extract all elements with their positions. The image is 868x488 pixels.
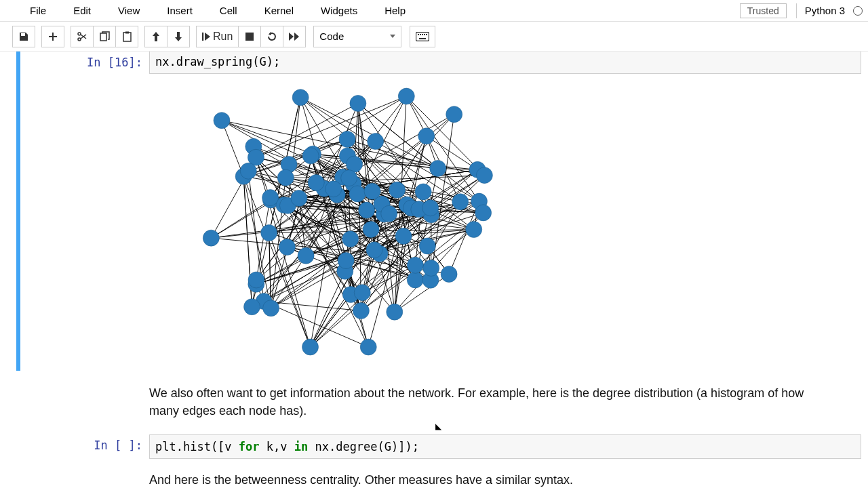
markdown-cell[interactable]: And here is the betweenness centrality. …: [16, 460, 868, 488]
run-label: Run: [213, 30, 233, 43]
svg-point-332: [368, 134, 384, 150]
cell-prompt: [20, 372, 149, 432]
svg-line-219: [406, 96, 479, 201]
move-down-button[interactable]: [167, 26, 190, 47]
fast-forward-icon: [289, 32, 300, 41]
trusted-badge[interactable]: Trusted: [740, 3, 787, 18]
svg-point-1: [78, 33, 81, 35]
save-icon: [18, 31, 29, 42]
notebook-area[interactable]: In [16]: nx.draw_spring(G); We also ofte…: [0, 52, 868, 488]
restart-button[interactable]: [260, 26, 283, 47]
svg-line-17: [222, 121, 313, 154]
move-up-button[interactable]: [144, 26, 167, 47]
menu-kernel[interactable]: Kernel: [251, 2, 307, 19]
code-cell[interactable]: In [16]: nx.draw_spring(G);: [16, 52, 868, 371]
celltype-select[interactable]: Code: [313, 26, 401, 47]
svg-point-359: [291, 190, 307, 207]
menubar: File Edit View Insert Cell Kernel Widget…: [0, 0, 868, 22]
svg-point-348: [261, 225, 277, 241]
svg-point-305: [407, 272, 423, 288]
menu-insert[interactable]: Insert: [153, 2, 206, 19]
svg-rect-12: [426, 34, 427, 35]
svg-point-354: [248, 272, 264, 288]
svg-line-106: [264, 302, 368, 347]
svg-point-349: [292, 89, 309, 106]
svg-rect-5: [202, 33, 203, 41]
kernel-indicator-icon: [853, 6, 863, 16]
svg-rect-13: [419, 38, 426, 39]
svg-point-373: [354, 285, 370, 301]
arrow-up-icon: [152, 32, 160, 41]
svg-point-368: [240, 163, 256, 179]
svg-point-321: [415, 184, 431, 200]
cursor-icon: ◣: [435, 422, 441, 431]
svg-rect-8: [418, 34, 419, 35]
svg-point-345: [476, 167, 492, 184]
save-button[interactable]: [12, 26, 35, 47]
svg-point-351: [339, 131, 355, 148]
code-cell[interactable]: In [ ]: plt.hist([v for k,v in nx.degree…: [16, 433, 868, 460]
chevron-down-icon: [390, 35, 395, 38]
svg-point-346: [279, 239, 295, 256]
command-palette-button[interactable]: [410, 26, 435, 47]
svg-point-329: [302, 339, 319, 355]
menu-cell[interactable]: Cell: [206, 2, 251, 19]
code-input[interactable]: plt.hist([v for k,v in nx.degree(G)]);: [149, 434, 861, 459]
svg-point-356: [475, 205, 492, 221]
menu-widgets[interactable]: Widgets: [307, 2, 371, 19]
svg-point-371: [446, 106, 462, 123]
svg-point-313: [350, 96, 366, 112]
svg-line-198: [288, 98, 300, 206]
menu-file[interactable]: File: [16, 2, 60, 19]
cell-prompt: [20, 462, 149, 488]
toolbar: Run Code: [0, 22, 868, 52]
menu-edit[interactable]: Edit: [60, 2, 104, 19]
arrow-down-icon: [174, 32, 182, 41]
svg-point-366: [423, 260, 439, 277]
svg-rect-9: [420, 34, 421, 35]
menu-view[interactable]: View: [104, 2, 153, 19]
restart-icon: [267, 31, 277, 42]
svg-point-347: [342, 231, 359, 247]
paste-icon: [122, 31, 132, 42]
plus-icon: [48, 32, 58, 41]
svg-point-361: [277, 169, 294, 186]
copy-button[interactable]: [93, 26, 116, 47]
scissors-icon: [77, 31, 87, 42]
restart-run-all-button[interactable]: [283, 26, 306, 47]
svg-point-308: [363, 222, 379, 238]
cut-button[interactable]: [71, 26, 94, 47]
cell-prompt: In [16]:: [20, 52, 149, 369]
svg-point-376: [244, 299, 260, 315]
svg-line-232: [299, 199, 306, 256]
svg-point-317: [338, 253, 354, 269]
svg-point-340: [452, 194, 469, 210]
svg-rect-2: [100, 33, 106, 41]
cell-prompt: In [ ]:: [20, 434, 149, 459]
menu-help[interactable]: Help: [371, 2, 419, 19]
svg-point-369: [366, 242, 382, 258]
svg-point-374: [395, 228, 412, 244]
svg-point-338: [381, 205, 397, 222]
svg-rect-6: [245, 33, 254, 41]
code-input[interactable]: nx.draw_spring(G);: [149, 52, 861, 74]
copy-icon: [100, 31, 110, 42]
svg-point-322: [360, 339, 376, 355]
svg-line-218: [256, 96, 406, 157]
svg-point-334: [214, 113, 230, 129]
run-button[interactable]: Run: [196, 26, 239, 47]
markdown-text: We also often want to get information ab…: [149, 372, 861, 432]
kernel-name[interactable]: Python 3: [801, 3, 849, 18]
svg-point-316: [389, 182, 406, 198]
svg-point-0: [78, 38, 81, 41]
stop-icon: [245, 33, 254, 41]
svg-point-319: [419, 238, 435, 254]
markdown-cell[interactable]: We also often want to get information ab…: [16, 371, 868, 433]
svg-point-360: [262, 190, 279, 206]
svg-rect-11: [424, 34, 425, 35]
paste-button[interactable]: [115, 26, 138, 47]
svg-point-364: [341, 170, 357, 186]
interrupt-button[interactable]: [238, 26, 261, 47]
add-cell-button[interactable]: [41, 26, 64, 47]
celltype-value: Code: [319, 30, 344, 42]
